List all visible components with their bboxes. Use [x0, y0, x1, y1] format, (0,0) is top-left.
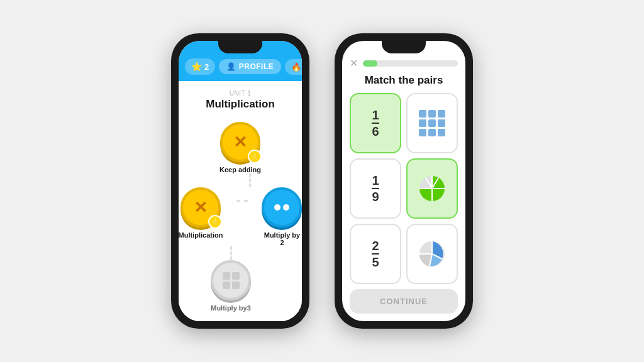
notch-2 [382, 41, 426, 53]
lesson-nodes: ✕ ⭐ Keep adding ✕ ⭐ Multip [185, 122, 296, 315]
node-circle-keep-adding: ✕ ⭐ [220, 122, 260, 162]
notch-1 [218, 41, 262, 53]
multiply-icon-2: ✕ [194, 198, 208, 217]
multiply-icon: ✕ [233, 133, 247, 152]
profile-button[interactable]: 👤 PROFILE [219, 59, 281, 74]
frac-top: 1 [372, 108, 379, 124]
row2-nodes: ✕ ⭐ Multiplication [179, 187, 302, 246]
node-multiplication[interactable]: ✕ ⭐ Multiplication [179, 187, 223, 239]
frac-bot-1-9: 9 [372, 190, 379, 204]
close-icon[interactable] [350, 57, 358, 69]
phone-1-screen: ⭐ 2 👤 PROFILE 🔥 5 UNIT 1 Multiplication [179, 41, 302, 321]
node-multiply-by-3[interactable]: Multiply by3 [211, 260, 251, 312]
card-pie[interactable] [406, 158, 458, 219]
card-frac-1-6[interactable]: 1 6 [350, 93, 401, 153]
progress-bar-fill [363, 60, 377, 67]
match-title: Match the pairs [342, 74, 465, 87]
grid-icon-display [419, 110, 445, 136]
connector-h [236, 200, 248, 202]
frac-top-1-9: 1 [372, 173, 379, 189]
profile-label: PROFILE [239, 62, 274, 71]
phones-container: ⭐ 2 👤 PROFILE 🔥 5 UNIT 1 Multiplication [171, 33, 473, 329]
node-label-multiply-by-2: Multiply by 2 [262, 231, 302, 246]
gems-badge: 🔥 5 [285, 59, 302, 75]
continue-button[interactable]: CONTINUE [350, 289, 458, 314]
connector-1 [249, 173, 251, 187]
pie-icon-svg [417, 173, 447, 204]
node-keep-adding[interactable]: ✕ ⭐ Keep adding [219, 122, 261, 173]
match-grid: 1 6 [342, 93, 465, 284]
progress-bar-bg [363, 60, 458, 67]
card-grid[interactable] [406, 93, 458, 153]
gem-icon: 🔥 [291, 62, 301, 72]
phone2-body: Match the pairs 1 6 [342, 41, 465, 321]
fraction-1-6: 1 6 [372, 108, 379, 138]
card-frac-2-5[interactable]: 2 5 [350, 224, 401, 284]
phone-2-screen: Match the pairs 1 6 [342, 41, 465, 321]
phone1-body: UNIT 1 Multiplication ✕ ⭐ Keep adding [179, 81, 302, 321]
dots-icon [274, 204, 289, 211]
node-label-multiply-by-3: Multiply by3 [211, 304, 251, 312]
node-circle-multiply-by-3 [211, 260, 251, 300]
frac-bot-2-5: 5 [372, 255, 379, 269]
connector-2 [230, 246, 232, 260]
profile-person-icon: 👤 [226, 62, 236, 71]
frac-top-2-5: 2 [372, 239, 379, 255]
node-label-multiplication: Multiplication [179, 231, 223, 239]
unit-label: UNIT 1 [230, 90, 252, 97]
frac-bot: 6 [372, 124, 379, 138]
card-partial[interactable] [406, 224, 458, 284]
grid2-icon [223, 272, 240, 289]
node-multiply-by-2[interactable]: Multiply by 2 [262, 187, 302, 246]
fraction-2-5: 2 5 [372, 239, 379, 269]
unit-title: Multiplication [206, 98, 275, 111]
fraction-1-9: 1 9 [372, 173, 379, 204]
phone-2: Match the pairs 1 6 [335, 33, 473, 329]
star-badge-multiplication: ⭐ [208, 215, 222, 229]
star-icon: ⭐ [191, 62, 202, 72]
node-label-keep-adding: Keep adding [219, 166, 261, 173]
node-circle-multiply-by-2 [262, 187, 302, 228]
node-circle-multiplication: ✕ ⭐ [180, 187, 221, 228]
stars-count: 2 [204, 62, 209, 72]
stars-badge: ⭐ 2 [185, 58, 215, 75]
partial-icon-svg [417, 239, 447, 269]
phone-1: ⭐ 2 👤 PROFILE 🔥 5 UNIT 1 Multiplication [171, 33, 309, 329]
card-frac-1-9[interactable]: 1 9 [350, 158, 401, 219]
star-badge-keep-adding: ⭐ [248, 150, 262, 163]
